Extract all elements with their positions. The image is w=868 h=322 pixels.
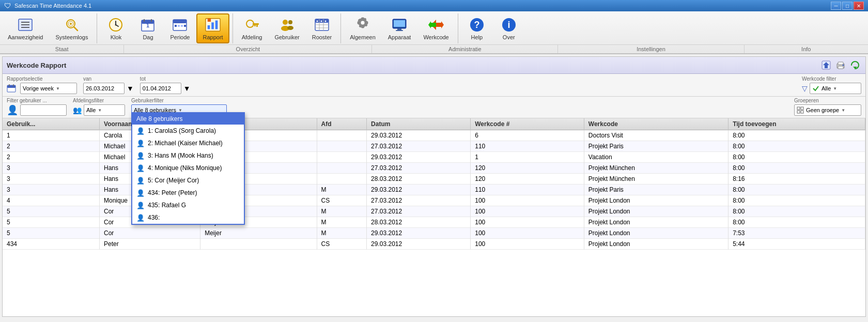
dropdown-item-label-2: 2: Michael (Kaiser Michael) bbox=[148, 140, 223, 147]
ribbon-btn-algemeen[interactable]: Algemeen bbox=[344, 13, 381, 43]
groeperen-arrow: ▼ bbox=[841, 108, 845, 113]
dropdown-item-5[interactable]: 👤 5: Cor (Meijer Cor) bbox=[132, 174, 244, 187]
dropdown-item-2[interactable]: 👤 2: Michael (Kaiser Michael) bbox=[132, 137, 244, 149]
cell-tijd: 8:00 bbox=[729, 141, 865, 152]
cell-werkcode-num: 120 bbox=[471, 174, 584, 185]
ribbon-btn-help[interactable]: ? Help bbox=[461, 13, 492, 43]
ribbon-btn-rooster[interactable]: Rooster bbox=[306, 13, 338, 43]
col-tijd: Tijd toevoegen bbox=[729, 118, 865, 130]
cell-tijd: 8:00 bbox=[729, 152, 865, 163]
gebruikerfilter-label: Gebruikerfilter bbox=[131, 98, 227, 103]
cell-afd: CS bbox=[317, 195, 367, 206]
cell-werkcode-num: 1 bbox=[471, 152, 584, 163]
clock-icon bbox=[107, 17, 124, 33]
rapportselectie-dropdown[interactable]: Vorige week ▼ bbox=[20, 83, 77, 94]
dropdown-item-8[interactable]: 👤 436: bbox=[132, 211, 244, 224]
ribbon-btn-gebruiker[interactable]: Gebruiker bbox=[269, 13, 305, 43]
print-button[interactable] bbox=[834, 59, 847, 71]
maximize-button[interactable]: □ bbox=[842, 2, 853, 10]
user-icon-1: 👤 bbox=[136, 127, 145, 135]
cell-werkcode-num: 100 bbox=[471, 228, 584, 239]
svg-point-28 bbox=[246, 20, 254, 27]
cell-werkcode: Projekt Paris bbox=[584, 141, 728, 152]
check-icon bbox=[812, 85, 819, 92]
ribbon-label-afdeling: Afdeling bbox=[242, 34, 262, 40]
cell-werkcode: Projekt London bbox=[584, 195, 728, 206]
van-input[interactable] bbox=[83, 83, 125, 94]
tot-input[interactable] bbox=[140, 83, 181, 94]
cell-afd: CS bbox=[317, 239, 367, 250]
help-icon: ? bbox=[469, 17, 485, 33]
cell-datum: 27.03.2012 bbox=[367, 206, 471, 217]
cell-gebruik: 2 bbox=[3, 152, 100, 163]
cell-datum: 27.03.2012 bbox=[367, 141, 471, 152]
svg-rect-59 bbox=[838, 62, 843, 65]
svg-rect-25 bbox=[211, 22, 214, 29]
van-label: van bbox=[83, 76, 134, 82]
dropdown-item-1[interactable]: 👤 1: CarolaS (Sorg Carola) bbox=[132, 125, 244, 137]
refresh-button[interactable] bbox=[849, 59, 861, 71]
svg-point-45 bbox=[361, 21, 365, 25]
svg-rect-19 bbox=[175, 25, 177, 27]
dropdown-item-4[interactable]: 👤 4: Monique (Niks Monique) bbox=[132, 162, 244, 174]
cell-datum: 28.03.2012 bbox=[367, 217, 471, 228]
dropdown-item-7[interactable]: 👤 435: Rafael G bbox=[132, 199, 244, 211]
ribbon-btn-apparaat[interactable]: Apparaat bbox=[382, 13, 417, 43]
ribbon-section-info: Info bbox=[745, 45, 868, 53]
gebruikerfilter-group: Gebruikerfilter Alle 8 gebruikers ▼ Alle… bbox=[131, 98, 227, 116]
afdelingsfilter-dropdown[interactable]: Alle ▼ bbox=[84, 104, 125, 116]
cell-werkcode: Projekt London bbox=[584, 228, 728, 239]
cell-werkcode-num: 100 bbox=[471, 206, 584, 217]
ribbon-btn-dag[interactable]: 1 Dag bbox=[132, 13, 163, 43]
user-icon-7: 👤 bbox=[136, 201, 145, 209]
ribbon-btn-afdeling[interactable]: Afdeling bbox=[236, 13, 268, 43]
ribbon-separator-2 bbox=[233, 13, 233, 43]
groeperen-label: Groeperen bbox=[794, 98, 861, 103]
ribbon-btn-rapport[interactable]: ▦ Rapport bbox=[196, 13, 229, 43]
cell-afd bbox=[317, 152, 367, 163]
export-button[interactable] bbox=[820, 59, 832, 71]
cell-datum: 29.03.2012 bbox=[367, 239, 471, 250]
svg-rect-20 bbox=[178, 25, 180, 27]
dropdown-item-6[interactable]: 👤 434: Peter (Peter) bbox=[132, 187, 244, 199]
gebruikerfilter-popup: Alle 8 gebruikers 👤 1: CarolaS (Sorg Car… bbox=[131, 112, 245, 225]
svg-rect-64 bbox=[7, 85, 16, 88]
cell-gebruik: 1 bbox=[3, 130, 100, 141]
ribbon-btn-systeemlogs[interactable]: Systeemlogs bbox=[50, 13, 94, 43]
cell-werkcode-num: 100 bbox=[471, 239, 584, 250]
cell-afd bbox=[317, 174, 367, 185]
cell-datum: 29.03.2012 bbox=[367, 152, 471, 163]
ribbon-label-rapport: Rapport bbox=[203, 34, 223, 40]
ribbon-btn-periode[interactable]: Periode bbox=[164, 13, 195, 43]
cell-achternaam: Meijer bbox=[200, 228, 317, 239]
minimize-button[interactable]: ─ bbox=[831, 2, 841, 10]
dropdown-item-0[interactable]: Alle 8 gebruikers bbox=[132, 113, 244, 125]
cell-werkcode-num: 6 bbox=[471, 130, 584, 141]
svg-point-7 bbox=[70, 23, 72, 25]
tot-calendar-icon[interactable]: ▼ bbox=[183, 84, 191, 93]
svg-rect-18 bbox=[173, 20, 187, 23]
dropdown-item-3[interactable]: 👤 3: Hans M (Mook Hans) bbox=[132, 149, 244, 162]
dropdown-item-label-1: 1: CarolaS (Sorg Carola) bbox=[148, 127, 216, 134]
ribbon-btn-over[interactable]: i Over bbox=[493, 13, 524, 43]
ribbon-btn-klok[interactable]: Klok bbox=[100, 13, 131, 43]
cell-gebruik: 3 bbox=[3, 163, 100, 174]
table-row: 5 Cor Meijer M 29.03.2012 100 Projekt Lo… bbox=[3, 228, 865, 239]
svg-rect-21 bbox=[181, 25, 183, 27]
ribbon-btn-werkcode[interactable]: Werkcode bbox=[417, 13, 454, 43]
cell-voornaam: Cor bbox=[100, 228, 200, 239]
svg-point-33 bbox=[288, 20, 292, 24]
van-calendar-icon[interactable]: ▼ bbox=[127, 84, 134, 93]
werkcode-filter-dropdown[interactable]: Alle ▼ bbox=[810, 83, 861, 94]
filter-gebruiker-label: Filter gebruiker ... bbox=[7, 98, 67, 103]
arrows-icon bbox=[428, 17, 444, 33]
filter-gebruiker-input[interactable] bbox=[20, 104, 67, 116]
ribbon-btn-aanwezigheid[interactable]: Aanwezigheid bbox=[2, 13, 49, 43]
cell-tijd: 8:00 bbox=[729, 195, 865, 206]
groeperen-dropdown[interactable]: Geen groepe ▼ bbox=[794, 104, 861, 116]
svg-rect-69 bbox=[797, 111, 800, 113]
table-row: 434 Peter CS 29.03.2012 100 Projekt Lond… bbox=[3, 239, 865, 250]
cell-afd bbox=[317, 130, 367, 141]
close-button[interactable]: ✕ bbox=[854, 2, 864, 10]
filter-row-2: Filter gebruiker ... 👤 Afdelingsfilter 👥… bbox=[3, 97, 865, 118]
